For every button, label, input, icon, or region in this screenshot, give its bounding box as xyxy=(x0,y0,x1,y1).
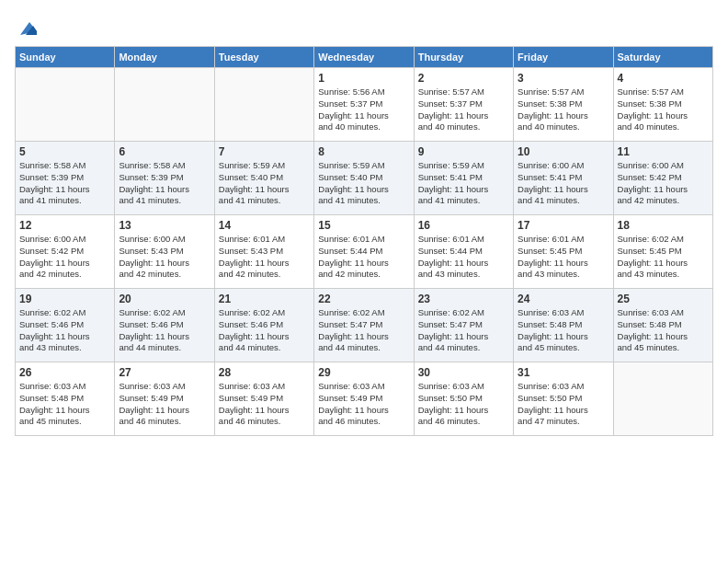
calendar-cell: 22Sunrise: 6:02 AM Sunset: 5:47 PM Dayli… xyxy=(314,289,414,362)
day-info: Sunrise: 6:03 AM Sunset: 5:50 PM Dayligh… xyxy=(518,381,609,428)
day-info: Sunrise: 5:59 AM Sunset: 5:40 PM Dayligh… xyxy=(219,160,310,207)
day-number: 31 xyxy=(518,366,609,379)
day-info: Sunrise: 5:58 AM Sunset: 5:39 PM Dayligh… xyxy=(119,160,210,207)
day-info: Sunrise: 6:03 AM Sunset: 5:49 PM Dayligh… xyxy=(219,381,310,428)
day-number: 18 xyxy=(618,219,709,232)
calendar-cell: 18Sunrise: 6:02 AM Sunset: 5:45 PM Dayli… xyxy=(613,215,712,289)
calendar-cell: 8Sunrise: 5:59 AM Sunset: 5:40 PM Daylig… xyxy=(314,142,414,215)
calendar-cell: 20Sunrise: 6:02 AM Sunset: 5:46 PM Dayli… xyxy=(115,289,214,362)
calendar-cell: 11Sunrise: 6:00 AM Sunset: 5:42 PM Dayli… xyxy=(613,142,712,215)
calendar-cell: 5Sunrise: 5:58 AM Sunset: 5:39 PM Daylig… xyxy=(16,142,115,215)
calendar-week-row: 26Sunrise: 6:03 AM Sunset: 5:48 PM Dayli… xyxy=(16,362,713,436)
calendar-cell xyxy=(115,68,214,142)
calendar-cell xyxy=(613,362,712,436)
calendar-cell: 19Sunrise: 6:02 AM Sunset: 5:46 PM Dayli… xyxy=(16,289,115,362)
day-number: 27 xyxy=(119,366,210,379)
day-info: Sunrise: 6:02 AM Sunset: 5:45 PM Dayligh… xyxy=(618,234,709,281)
day-info: Sunrise: 6:03 AM Sunset: 5:49 PM Dayligh… xyxy=(119,381,210,428)
day-number: 9 xyxy=(418,145,509,158)
day-info: Sunrise: 6:00 AM Sunset: 5:43 PM Dayligh… xyxy=(119,234,210,281)
day-number: 7 xyxy=(219,145,310,158)
weekday-header: Friday xyxy=(514,47,613,68)
calendar-cell: 6Sunrise: 5:58 AM Sunset: 5:39 PM Daylig… xyxy=(115,142,214,215)
day-info: Sunrise: 5:56 AM Sunset: 5:37 PM Dayligh… xyxy=(318,86,409,133)
day-number: 26 xyxy=(19,366,110,379)
day-info: Sunrise: 5:57 AM Sunset: 5:38 PM Dayligh… xyxy=(518,86,609,133)
day-number: 12 xyxy=(19,219,110,232)
day-info: Sunrise: 6:02 AM Sunset: 5:46 PM Dayligh… xyxy=(119,307,210,354)
calendar-cell: 9Sunrise: 5:59 AM Sunset: 5:41 PM Daylig… xyxy=(414,142,513,215)
day-number: 23 xyxy=(418,293,509,305)
calendar-cell: 30Sunrise: 6:03 AM Sunset: 5:50 PM Dayli… xyxy=(414,362,513,436)
calendar-week-row: 5Sunrise: 5:58 AM Sunset: 5:39 PM Daylig… xyxy=(16,142,713,215)
day-info: Sunrise: 6:01 AM Sunset: 5:44 PM Dayligh… xyxy=(318,234,409,281)
calendar-cell: 21Sunrise: 6:02 AM Sunset: 5:46 PM Dayli… xyxy=(214,289,313,362)
calendar-cell: 10Sunrise: 6:00 AM Sunset: 5:41 PM Dayli… xyxy=(514,142,613,215)
day-number: 10 xyxy=(518,145,609,158)
day-number: 20 xyxy=(119,293,210,305)
calendar-cell: 1Sunrise: 5:56 AM Sunset: 5:37 PM Daylig… xyxy=(314,68,414,142)
day-info: Sunrise: 6:02 AM Sunset: 5:47 PM Dayligh… xyxy=(318,307,409,354)
day-info: Sunrise: 6:01 AM Sunset: 5:43 PM Dayligh… xyxy=(219,234,310,281)
logo xyxy=(15,18,37,39)
page-header xyxy=(15,15,713,39)
calendar-cell: 12Sunrise: 6:00 AM Sunset: 5:42 PM Dayli… xyxy=(16,215,115,289)
day-number: 8 xyxy=(318,145,409,158)
calendar-cell: 4Sunrise: 5:57 AM Sunset: 5:38 PM Daylig… xyxy=(613,68,712,142)
day-number: 13 xyxy=(119,219,210,232)
weekday-header: Wednesday xyxy=(314,47,414,68)
calendar-cell: 31Sunrise: 6:03 AM Sunset: 5:50 PM Dayli… xyxy=(514,362,613,436)
day-info: Sunrise: 5:59 AM Sunset: 5:41 PM Dayligh… xyxy=(418,160,509,207)
calendar-cell: 27Sunrise: 6:03 AM Sunset: 5:49 PM Dayli… xyxy=(115,362,214,436)
calendar-cell: 29Sunrise: 6:03 AM Sunset: 5:49 PM Dayli… xyxy=(314,362,414,436)
day-number: 25 xyxy=(618,293,709,305)
day-number: 2 xyxy=(418,72,509,85)
day-info: Sunrise: 6:03 AM Sunset: 5:49 PM Dayligh… xyxy=(318,381,409,428)
day-info: Sunrise: 5:59 AM Sunset: 5:40 PM Dayligh… xyxy=(318,160,409,207)
weekday-header: Monday xyxy=(115,47,214,68)
calendar-cell: 15Sunrise: 6:01 AM Sunset: 5:44 PM Dayli… xyxy=(314,215,414,289)
day-info: Sunrise: 5:58 AM Sunset: 5:39 PM Dayligh… xyxy=(19,160,110,207)
day-number: 5 xyxy=(19,145,110,158)
day-number: 21 xyxy=(219,293,310,305)
calendar-cell xyxy=(16,68,115,142)
day-number: 4 xyxy=(618,72,709,85)
calendar-week-row: 19Sunrise: 6:02 AM Sunset: 5:46 PM Dayli… xyxy=(16,289,713,362)
calendar-week-row: 12Sunrise: 6:00 AM Sunset: 5:42 PM Dayli… xyxy=(16,215,713,289)
day-info: Sunrise: 6:00 AM Sunset: 5:42 PM Dayligh… xyxy=(618,160,709,207)
day-info: Sunrise: 6:00 AM Sunset: 5:41 PM Dayligh… xyxy=(518,160,609,207)
weekday-header: Thursday xyxy=(414,47,513,68)
day-number: 14 xyxy=(219,219,310,232)
day-number: 29 xyxy=(318,366,409,379)
calendar-cell: 7Sunrise: 5:59 AM Sunset: 5:40 PM Daylig… xyxy=(214,142,313,215)
weekday-header: Saturday xyxy=(613,47,712,68)
calendar-cell: 16Sunrise: 6:01 AM Sunset: 5:44 PM Dayli… xyxy=(414,215,513,289)
calendar-cell: 14Sunrise: 6:01 AM Sunset: 5:43 PM Dayli… xyxy=(214,215,313,289)
calendar-cell: 23Sunrise: 6:02 AM Sunset: 5:47 PM Dayli… xyxy=(414,289,513,362)
day-number: 3 xyxy=(518,72,609,85)
calendar-cell: 26Sunrise: 6:03 AM Sunset: 5:48 PM Dayli… xyxy=(16,362,115,436)
weekday-header: Sunday xyxy=(16,47,115,68)
calendar-table: SundayMondayTuesdayWednesdayThursdayFrid… xyxy=(15,46,713,436)
day-number: 22 xyxy=(318,293,409,305)
day-number: 24 xyxy=(518,293,609,305)
calendar-cell: 24Sunrise: 6:03 AM Sunset: 5:48 PM Dayli… xyxy=(514,289,613,362)
day-info: Sunrise: 6:02 AM Sunset: 5:46 PM Dayligh… xyxy=(19,307,110,354)
day-number: 6 xyxy=(119,145,210,158)
day-info: Sunrise: 6:00 AM Sunset: 5:42 PM Dayligh… xyxy=(19,234,110,281)
day-info: Sunrise: 5:57 AM Sunset: 5:37 PM Dayligh… xyxy=(418,86,509,133)
weekday-header: Tuesday xyxy=(214,47,313,68)
day-info: Sunrise: 6:03 AM Sunset: 5:48 PM Dayligh… xyxy=(618,307,709,354)
day-number: 17 xyxy=(518,219,609,232)
calendar-cell: 25Sunrise: 6:03 AM Sunset: 5:48 PM Dayli… xyxy=(613,289,712,362)
day-info: Sunrise: 6:02 AM Sunset: 5:46 PM Dayligh… xyxy=(219,307,310,354)
day-info: Sunrise: 6:03 AM Sunset: 5:50 PM Dayligh… xyxy=(418,381,509,428)
day-number: 11 xyxy=(618,145,709,158)
logo-icon xyxy=(17,18,37,39)
day-info: Sunrise: 6:01 AM Sunset: 5:44 PM Dayligh… xyxy=(418,234,509,281)
day-info: Sunrise: 6:01 AM Sunset: 5:45 PM Dayligh… xyxy=(518,234,609,281)
calendar-cell: 17Sunrise: 6:01 AM Sunset: 5:45 PM Dayli… xyxy=(514,215,613,289)
calendar-week-row: 1Sunrise: 5:56 AM Sunset: 5:37 PM Daylig… xyxy=(16,68,713,142)
calendar-cell: 2Sunrise: 5:57 AM Sunset: 5:37 PM Daylig… xyxy=(414,68,513,142)
day-info: Sunrise: 6:03 AM Sunset: 5:48 PM Dayligh… xyxy=(518,307,609,354)
